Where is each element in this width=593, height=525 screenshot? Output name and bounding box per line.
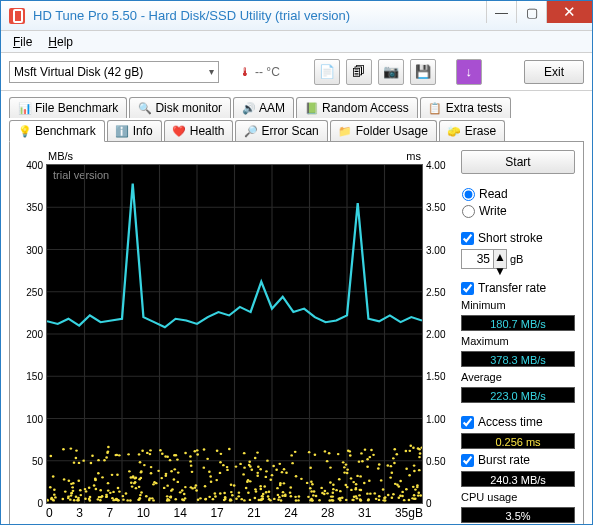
svg-point-85 xyxy=(290,454,293,456)
svg-point-412 xyxy=(380,479,383,481)
svg-point-114 xyxy=(189,455,192,457)
save-button[interactable]: 💾 xyxy=(410,59,436,85)
tab-health[interactable]: ❤️Health xyxy=(164,120,234,141)
svg-point-157 xyxy=(306,482,309,484)
tab-extra-tests[interactable]: 📋Extra tests xyxy=(420,97,512,118)
svg-point-373 xyxy=(352,481,355,483)
access-time-value: 0.256 ms xyxy=(461,433,575,449)
svg-point-16 xyxy=(378,463,381,465)
svg-point-276 xyxy=(99,499,102,501)
svg-point-211 xyxy=(130,482,133,484)
svg-point-113 xyxy=(70,447,73,449)
average-label: Average xyxy=(461,371,575,383)
svg-point-329 xyxy=(283,468,286,470)
tab-file-benchmark[interactable]: 📊File Benchmark xyxy=(9,97,127,118)
minimize-button[interactable]: — xyxy=(486,1,516,23)
svg-point-437 xyxy=(389,476,392,478)
svg-point-364 xyxy=(272,465,275,467)
start-button[interactable]: Start xyxy=(461,150,575,174)
tab-benchmark[interactable]: 💡Benchmark xyxy=(9,120,105,142)
short-stroke-check[interactable]: Short stroke xyxy=(461,231,575,245)
svg-point-379 xyxy=(263,485,266,487)
svg-point-35 xyxy=(152,499,155,501)
svg-point-331 xyxy=(128,470,131,472)
tab-disk-monitor[interactable]: 🔍Disk monitor xyxy=(129,97,231,118)
svg-point-78 xyxy=(84,498,87,500)
tab-info[interactable]: ℹ️Info xyxy=(107,120,162,141)
svg-point-197 xyxy=(125,492,128,494)
svg-point-390 xyxy=(50,455,53,457)
svg-point-267 xyxy=(307,496,310,498)
chart-box: trial version 400350300250200150100500 4… xyxy=(46,164,423,504)
svg-point-39 xyxy=(73,499,76,501)
svg-point-249 xyxy=(255,490,258,492)
svg-point-353 xyxy=(195,489,198,491)
close-button[interactable]: ✕ xyxy=(546,1,592,23)
tab-icon: 📋 xyxy=(429,102,442,115)
svg-point-172 xyxy=(245,487,248,489)
svg-point-194 xyxy=(384,499,387,501)
tab-aam[interactable]: 🔊AAM xyxy=(233,97,294,118)
svg-point-23 xyxy=(418,456,421,458)
svg-point-392 xyxy=(204,498,207,500)
svg-point-431 xyxy=(85,490,88,492)
svg-point-368 xyxy=(111,497,114,499)
svg-point-94 xyxy=(214,495,217,497)
svg-point-295 xyxy=(412,486,415,488)
tab-folder-usage[interactable]: 📁Folder Usage xyxy=(330,120,437,141)
svg-point-50 xyxy=(117,487,120,489)
toolbar: Msft Virtual Disk (42 gB) ▾ 🌡 -- °C 📄 🗐 … xyxy=(1,53,592,91)
svg-point-310 xyxy=(261,495,264,497)
svg-point-129 xyxy=(377,467,380,469)
menu-file[interactable]: File xyxy=(7,33,38,51)
transfer-rate-check[interactable]: Transfer rate xyxy=(461,281,575,295)
svg-point-29 xyxy=(250,469,253,471)
write-radio[interactable]: Write xyxy=(462,204,574,218)
svg-point-288 xyxy=(356,475,359,477)
short-stroke-spinner[interactable]: ▲▼ gB xyxy=(461,249,575,269)
exit-button[interactable]: Exit xyxy=(524,60,584,84)
svg-point-399 xyxy=(164,455,167,457)
svg-point-221 xyxy=(176,458,179,460)
options-button[interactable]: ↓ xyxy=(456,59,482,85)
svg-point-307 xyxy=(290,495,293,497)
tab-random-access[interactable]: 📗Random Access xyxy=(296,97,418,118)
svg-point-309 xyxy=(235,498,238,500)
spinner-arrows[interactable]: ▲▼ xyxy=(493,249,507,269)
tab-error-scan[interactable]: 🔎Error Scan xyxy=(235,120,327,141)
svg-point-433 xyxy=(338,498,341,500)
access-time-check[interactable]: Access time xyxy=(461,415,575,429)
svg-point-324 xyxy=(170,496,173,498)
svg-point-188 xyxy=(267,495,270,497)
svg-point-391 xyxy=(419,452,422,454)
svg-point-257 xyxy=(212,498,215,500)
svg-point-263 xyxy=(127,453,130,455)
copy-screenshot-button[interactable]: 🗐 xyxy=(346,59,372,85)
tab-erase[interactable]: 🧽Erase xyxy=(439,120,505,141)
read-radio[interactable]: Read xyxy=(462,187,574,201)
svg-point-84 xyxy=(53,489,56,491)
svg-point-355 xyxy=(161,453,164,455)
svg-point-64 xyxy=(97,498,100,500)
drive-select[interactable]: Msft Virtual Disk (42 gB) ▾ xyxy=(9,61,219,83)
svg-point-432 xyxy=(359,499,362,501)
maximize-button[interactable]: ▢ xyxy=(516,1,546,23)
svg-point-214 xyxy=(254,457,257,459)
svg-point-155 xyxy=(271,474,274,476)
screenshot-button[interactable]: 📷 xyxy=(378,59,404,85)
copy-info-button[interactable]: 📄 xyxy=(314,59,340,85)
chart-plot xyxy=(47,165,422,503)
side-panel: Start Read Write Short stroke ▲▼ gB Tran… xyxy=(461,150,575,525)
svg-point-63 xyxy=(226,469,229,471)
svg-point-124 xyxy=(276,487,279,489)
svg-point-190 xyxy=(332,484,335,486)
menu-help[interactable]: Help xyxy=(42,33,79,51)
svg-point-344 xyxy=(254,488,257,490)
svg-point-404 xyxy=(230,491,233,493)
svg-point-377 xyxy=(94,478,97,480)
svg-point-240 xyxy=(369,492,372,494)
burst-rate-check[interactable]: Burst rate xyxy=(461,453,575,467)
svg-point-233 xyxy=(369,456,372,458)
svg-point-224 xyxy=(261,498,264,500)
svg-point-339 xyxy=(392,493,395,495)
